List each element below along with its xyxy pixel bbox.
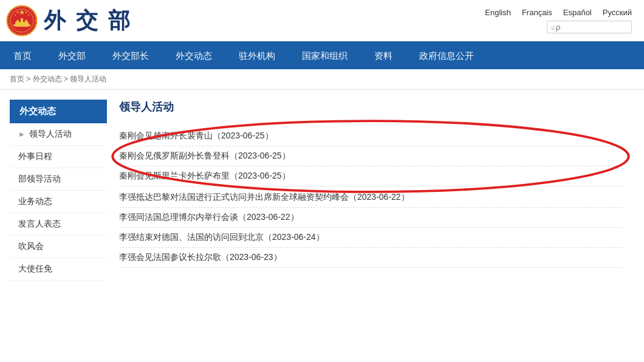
sidebar-item-schedule[interactable]: 外事日程 <box>10 146 107 168</box>
nav-govinfo[interactable]: 政府信息公开 <box>406 43 487 69</box>
nav-missions[interactable]: 驻外机构 <box>225 43 289 69</box>
nav-data[interactable]: 资料 <box>361 43 406 69</box>
top-right-area: English Français Español Русский ⌕ <box>485 8 632 33</box>
main-content: 外交动态 ► 领导人活动 外事日程 部领导活动 业务动态 发言人表态 吹风会 大… <box>0 90 644 290</box>
news-item-6[interactable]: 李强结束对德国、法国的访问回到北京（2023-06-24） <box>119 228 622 248</box>
top-bar: 外 交 部 English Français Español Русский ⌕ <box>0 0 644 43</box>
svg-rect-5 <box>25 20 27 22</box>
breadcrumb-news[interactable]: 外交动态 <box>33 75 62 83</box>
national-emblem <box>6 5 38 36</box>
news-item-7[interactable]: 李强会见法国参议长拉尔歌（2023-06-23） <box>119 248 622 268</box>
language-switcher: English Français Español Русский <box>485 8 632 17</box>
search-icon: ⌕ <box>551 22 556 32</box>
news-item-4[interactable]: 李强抵达巴黎对法国进行正式访问并出席新全球融资契约峰会（2023-06-22） <box>119 188 622 208</box>
breadcrumb-home[interactable]: 首页 <box>10 75 24 83</box>
news-item-5[interactable]: 李强同法国总理博尔内举行会谈（2023-06-22） <box>119 208 622 228</box>
content-title: 领导人活动 <box>119 100 622 118</box>
arrow-icon: ► <box>18 130 26 138</box>
sidebar-item-leader-activities[interactable]: ► 领导人活动 <box>10 123 107 146</box>
sidebar-header[interactable]: 外交动态 <box>10 100 107 123</box>
sidebar-item-briefing[interactable]: 吹风会 <box>10 236 107 258</box>
search-box[interactable]: ⌕ <box>547 21 632 33</box>
highlighted-news-list: 秦刚会见越南外长裴青山（2023-06-25） 秦刚会见俄罗斯副外长鲁登科（20… <box>119 126 622 186</box>
lang-spanish[interactable]: Español <box>563 8 592 17</box>
lang-english[interactable]: English <box>485 8 511 17</box>
site-title: 外 交 部 <box>44 6 132 36</box>
sidebar-item-ambassador[interactable]: 大使任免 <box>10 258 107 281</box>
news-item-2[interactable]: 秦刚会见俄罗斯副外长鲁登科（2023-06-25） <box>119 146 622 166</box>
nav-home[interactable]: 首页 <box>0 43 45 69</box>
svg-rect-3 <box>13 24 30 26</box>
search-input[interactable] <box>556 22 629 32</box>
lang-french[interactable]: Français <box>522 8 552 17</box>
sidebar-item-ministry-leader[interactable]: 部领导活动 <box>10 168 107 191</box>
regular-news-list: 李强抵达巴黎对法国进行正式访问并出席新全球融资契约峰会（2023-06-22） … <box>119 188 622 268</box>
nav-countries[interactable]: 国家和组织 <box>289 43 361 69</box>
breadcrumb: 首页 > 外交动态 > 领导人活动 <box>0 69 644 90</box>
nav-minister[interactable]: 外交部长 <box>99 43 162 69</box>
svg-rect-6 <box>21 18 23 22</box>
nav-mfa[interactable]: 外交部 <box>45 43 99 69</box>
nav-bar: 首页 外交部 外交部长 外交动态 驻外机构 国家和组织 资料 政府信息公开 <box>0 43 644 69</box>
lang-russian[interactable]: Русский <box>603 8 632 17</box>
highlighted-news-group: 秦刚会见越南外长裴青山（2023-06-25） 秦刚会见俄罗斯副外长鲁登科（20… <box>119 126 622 186</box>
nav-news[interactable]: 外交动态 <box>162 43 225 69</box>
sidebar-item-spokesperson[interactable]: 发言人表态 <box>10 213 107 236</box>
news-item-3[interactable]: 秦刚会见斯里兰卡外长萨布里（2023-06-25） <box>119 166 622 186</box>
news-item-1[interactable]: 秦刚会见越南外长裴青山（2023-06-25） <box>119 126 622 146</box>
breadcrumb-current: 领导人活动 <box>70 75 106 83</box>
svg-rect-4 <box>16 20 19 22</box>
logo-area: 外 交 部 <box>6 5 132 36</box>
sidebar-item-business[interactable]: 业务动态 <box>10 191 107 213</box>
sidebar: 外交动态 ► 领导人活动 外事日程 部领导活动 业务动态 发言人表态 吹风会 大… <box>10 100 107 281</box>
content-area: 领导人活动 秦刚会见越南外长裴青山（2023-06-25） 秦刚会见俄罗斯副外长… <box>107 100 634 281</box>
